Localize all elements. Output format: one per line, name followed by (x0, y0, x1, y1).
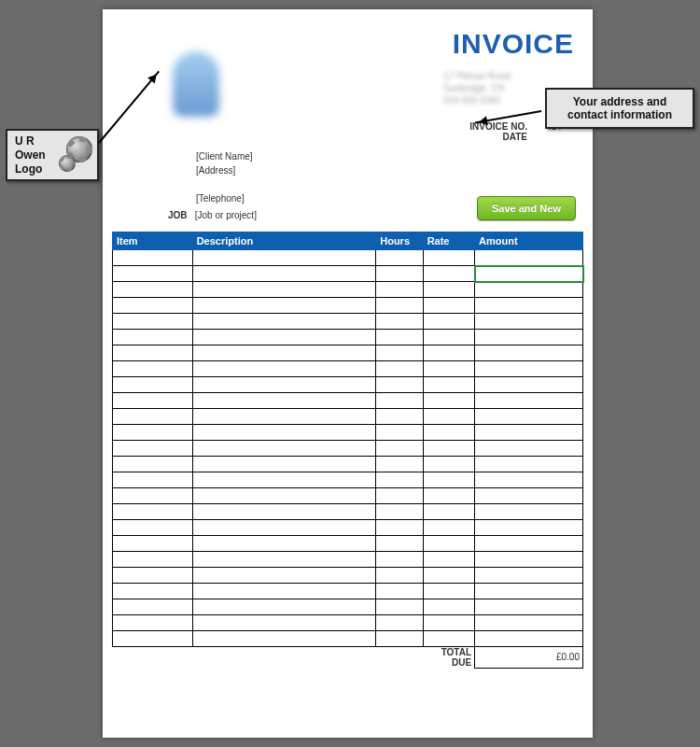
cell[interactable] (475, 552, 583, 568)
cell[interactable] (113, 457, 193, 472)
cell[interactable] (113, 298, 193, 314)
cell[interactable] (423, 631, 474, 647)
cell[interactable] (192, 488, 376, 504)
cell[interactable] (423, 393, 474, 409)
cell[interactable] (192, 361, 376, 377)
cell[interactable] (475, 409, 583, 425)
cell[interactable] (192, 409, 376, 425)
cell[interactable] (475, 314, 583, 330)
cell[interactable] (423, 425, 474, 441)
client-telephone-field[interactable]: [Telephone] (196, 191, 253, 205)
cell[interactable] (376, 631, 423, 647)
cell[interactable] (192, 552, 376, 568)
cell[interactable] (113, 345, 193, 361)
cell[interactable] (376, 377, 423, 393)
cell[interactable] (376, 599, 423, 615)
job-field[interactable]: [Job or project] (195, 210, 257, 220)
cell[interactable] (475, 298, 583, 314)
cell[interactable] (192, 584, 376, 599)
cell[interactable] (376, 409, 423, 425)
cell[interactable] (376, 520, 423, 536)
cell[interactable] (113, 330, 193, 345)
cell[interactable] (376, 266, 423, 282)
cell[interactable] (423, 409, 474, 425)
cell[interactable] (376, 441, 423, 457)
cell[interactable] (423, 345, 474, 361)
cell[interactable] (475, 425, 583, 441)
cell[interactable] (423, 615, 474, 631)
cell[interactable] (475, 631, 583, 647)
cell[interactable] (113, 250, 193, 266)
cell[interactable] (376, 568, 423, 584)
cell[interactable] (475, 472, 583, 488)
cell[interactable] (192, 393, 376, 409)
cell[interactable] (113, 568, 193, 584)
cell[interactable] (113, 520, 193, 536)
cell[interactable] (192, 520, 376, 536)
cell[interactable] (192, 504, 376, 520)
cell[interactable] (192, 377, 376, 393)
cell[interactable] (192, 536, 376, 552)
cell[interactable] (192, 599, 376, 615)
cell[interactable] (423, 361, 474, 377)
cell[interactable] (376, 504, 423, 520)
cell[interactable] (376, 282, 423, 298)
cell[interactable] (113, 599, 193, 615)
cell[interactable] (423, 504, 474, 520)
cell[interactable] (475, 520, 583, 536)
cell[interactable] (475, 599, 583, 615)
cell[interactable] (376, 488, 423, 504)
cell[interactable] (113, 377, 193, 393)
cell[interactable] (376, 361, 423, 377)
client-address-field[interactable]: [Address] (196, 163, 253, 177)
cell[interactable] (475, 584, 583, 599)
cell[interactable] (113, 488, 193, 504)
cell[interactable] (376, 345, 423, 361)
cell[interactable] (192, 472, 376, 488)
cell[interactable] (192, 314, 376, 330)
cell[interactable] (376, 472, 423, 488)
cell[interactable] (192, 441, 376, 457)
cell[interactable] (423, 250, 474, 266)
cell[interactable] (475, 393, 583, 409)
cell[interactable] (113, 552, 193, 568)
cell[interactable] (423, 441, 474, 457)
cell[interactable] (423, 488, 474, 504)
cell[interactable] (475, 568, 583, 584)
cell[interactable] (113, 282, 193, 298)
cell[interactable] (192, 330, 376, 345)
cell[interactable] (192, 282, 376, 298)
cell[interactable] (192, 631, 376, 647)
cell[interactable] (192, 266, 376, 282)
cell[interactable] (376, 250, 423, 266)
cell[interactable] (376, 552, 423, 568)
cell[interactable] (376, 330, 423, 345)
cell[interactable] (113, 472, 193, 488)
cell[interactable] (475, 330, 583, 345)
cell[interactable] (423, 599, 474, 615)
cell[interactable] (113, 393, 193, 409)
cell[interactable] (423, 584, 474, 599)
cell[interactable] (423, 568, 474, 584)
cell[interactable] (376, 536, 423, 552)
cell[interactable] (423, 457, 474, 472)
cell[interactable] (113, 314, 193, 330)
cell[interactable] (113, 361, 193, 377)
cell[interactable] (376, 457, 423, 472)
cell[interactable] (475, 457, 583, 472)
cell[interactable] (376, 584, 423, 599)
save-and-new-button[interactable]: Save and New (477, 196, 576, 220)
cell[interactable] (113, 504, 193, 520)
cell[interactable] (192, 425, 376, 441)
client-name-field[interactable]: [Client Name] (196, 149, 253, 163)
cell[interactable] (475, 250, 583, 266)
cell[interactable] (113, 425, 193, 441)
cell[interactable] (376, 615, 423, 631)
cell[interactable] (475, 345, 583, 361)
cell[interactable] (113, 631, 193, 647)
cell[interactable] (192, 457, 376, 472)
cell[interactable] (376, 298, 423, 314)
cell[interactable] (376, 393, 423, 409)
cell[interactable] (192, 298, 376, 314)
cell[interactable] (423, 520, 474, 536)
